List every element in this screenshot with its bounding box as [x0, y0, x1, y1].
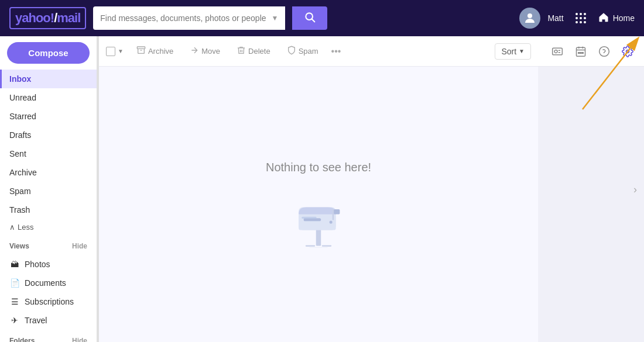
select-dropdown-icon[interactable]: ▼	[118, 48, 124, 54]
right-panel-body	[538, 67, 644, 342]
documents-label: Documents	[25, 278, 66, 288]
svg-rect-4	[316, 228, 321, 246]
photos-label: Photos	[25, 260, 50, 269]
less-button[interactable]: ∧ Less	[0, 219, 97, 235]
svg-point-19	[626, 50, 629, 53]
svg-rect-3	[137, 47, 145, 49]
svg-point-18	[600, 46, 609, 56]
sidebar-item-archive[interactable]: Archive	[0, 163, 97, 182]
views-label: Views	[9, 242, 29, 250]
svg-point-16	[554, 50, 557, 53]
subscriptions-label: Subscriptions	[25, 297, 74, 306]
sidebar-item-drafts-label: Drafts	[9, 130, 31, 140]
svg-point-13	[330, 220, 333, 223]
sidebar-item-inbox[interactable]: Inbox	[0, 70, 97, 88]
archive-action[interactable]: Archive	[133, 43, 177, 59]
email-list-panel: ▼ Archive Move	[99, 36, 538, 342]
sort-label: Sort	[501, 47, 516, 56]
photos-icon: 🏔	[9, 259, 20, 270]
settings-button[interactable]	[618, 42, 637, 61]
search-bar: ▼	[93, 6, 285, 30]
less-label: Less	[18, 223, 33, 232]
empty-message: Nothing to see here!	[266, 161, 371, 174]
sidebar-item-inbox-label: Inbox	[9, 74, 31, 84]
svg-point-2	[527, 13, 532, 18]
apps-button[interactable]	[571, 11, 591, 26]
home-icon	[598, 11, 609, 26]
archive-icon	[136, 46, 146, 57]
sidebar-item-sent[interactable]: Sent	[0, 144, 97, 163]
spam-label: Spam	[299, 47, 318, 56]
spam-icon	[287, 46, 296, 57]
folders-hide-button[interactable]: Hide	[72, 337, 87, 342]
username-label: Matt	[547, 13, 563, 23]
sidebar-item-sent-label: Sent	[9, 149, 26, 158]
sidebar-item-spam[interactable]: Spam	[0, 182, 97, 201]
more-actions-icon[interactable]: •••	[331, 46, 341, 57]
select-all-area[interactable]: ▼	[106, 47, 124, 56]
panel-collapse-icon[interactable]: ›	[633, 183, 637, 195]
svg-rect-12	[334, 209, 340, 214]
sidebar-item-documents[interactable]: 📄 Documents	[0, 274, 97, 292]
email-toolbar: ▼ Archive Move	[99, 36, 538, 67]
svg-rect-14	[302, 217, 316, 219]
right-panel-toolbar	[538, 36, 644, 67]
sidebar-item-trash-label: Trash	[9, 205, 30, 215]
move-label: Move	[201, 47, 220, 56]
main-layout: Compose Inbox Unread Starred Drafts Sent…	[0, 36, 644, 342]
sidebar-item-trash[interactable]: Trash	[0, 201, 97, 219]
logo[interactable]: yahoo!/mail	[9, 7, 86, 29]
archive-label: Archive	[148, 47, 173, 56]
less-chevron-icon: ∧	[9, 223, 15, 232]
avatar[interactable]	[519, 8, 540, 29]
sort-chevron-icon: ▼	[519, 48, 525, 54]
spam-action[interactable]: Spam	[283, 43, 322, 59]
sidebar-item-archive-label: Archive	[9, 168, 37, 177]
travel-label: Travel	[25, 316, 47, 325]
folders-section-header: Folders Hide	[0, 332, 97, 342]
logo-mail: mail	[57, 11, 80, 25]
sidebar-item-starred[interactable]: Starred	[0, 107, 97, 126]
email-empty-state: Nothing to see here!	[99, 67, 538, 342]
delete-action[interactable]: Delete	[233, 43, 274, 59]
delete-icon	[237, 46, 246, 57]
svg-rect-11	[333, 209, 334, 220]
delete-label: Delete	[248, 47, 270, 56]
search-button[interactable]	[292, 6, 327, 30]
logo-yahoo: yahoo!	[15, 11, 54, 25]
mailbox-illustration	[286, 184, 351, 248]
sort-button[interactable]: Sort ▼	[495, 43, 531, 60]
search-input[interactable]	[100, 13, 266, 23]
search-chevron-icon[interactable]: ▼	[271, 14, 278, 22]
documents-icon: 📄	[9, 278, 20, 288]
sidebar-item-starred-label: Starred	[9, 112, 36, 121]
svg-rect-17	[577, 47, 585, 56]
header: yahoo!/mail ▼ Matt Home	[0, 0, 644, 36]
calendar-button[interactable]	[571, 42, 590, 61]
help-button[interactable]	[595, 42, 614, 61]
compose-button[interactable]: Compose	[7, 42, 90, 64]
select-all-checkbox[interactable]	[106, 47, 115, 56]
views-section-header: Views Hide	[0, 237, 97, 255]
move-icon	[190, 46, 199, 57]
sidebar: Compose Inbox Unread Starred Drafts Sent…	[0, 36, 97, 342]
contact-card-button[interactable]	[548, 42, 567, 61]
sidebar-item-spam-label: Spam	[9, 186, 31, 196]
sidebar-item-unread[interactable]: Unread	[0, 88, 97, 107]
sidebar-item-unread-label: Unread	[9, 93, 36, 102]
sidebar-item-photos[interactable]: 🏔 Photos	[0, 255, 97, 274]
sidebar-item-drafts[interactable]: Drafts	[0, 126, 97, 144]
sidebar-item-travel[interactable]: ✈ Travel	[0, 311, 97, 330]
home-label: Home	[613, 13, 635, 23]
home-button[interactable]: Home	[598, 11, 635, 26]
folders-label: Folders	[9, 337, 35, 342]
logo-text: yahoo!/mail	[15, 11, 80, 26]
subscriptions-icon: ☰	[9, 296, 20, 307]
travel-icon: ✈	[9, 315, 20, 326]
apps-grid-icon	[576, 13, 586, 23]
views-hide-button[interactable]: Hide	[72, 242, 87, 250]
move-action[interactable]: Move	[186, 43, 224, 59]
sidebar-item-subscriptions[interactable]: ☰ Subscriptions	[0, 292, 97, 311]
svg-line-1	[312, 19, 315, 22]
right-panel: ›	[538, 36, 644, 342]
